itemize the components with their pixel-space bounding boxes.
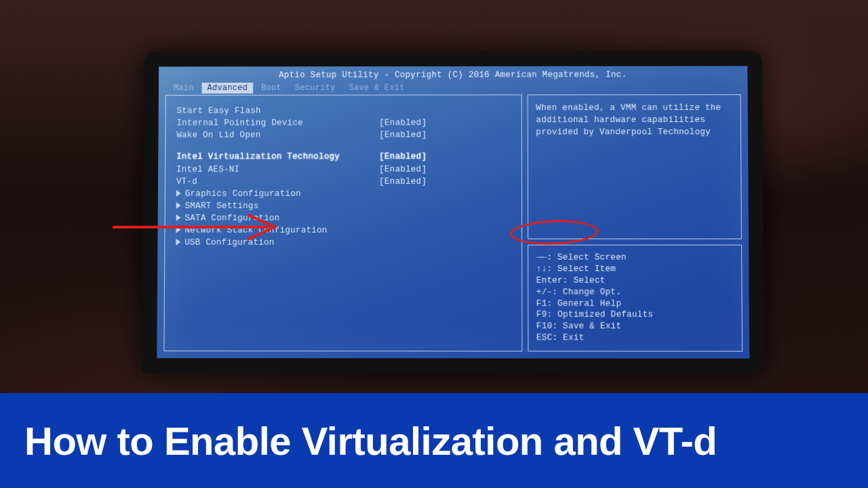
setting-label: Internal Pointing Device bbox=[176, 117, 379, 129]
hint-enter: Enter: Select bbox=[536, 275, 734, 287]
setting-value: [Enabled] bbox=[379, 176, 427, 188]
key-hints-panel: →←: Select Screen ↑↓: Select Item Enter:… bbox=[528, 245, 743, 352]
setting-intel-virtualization[interactable]: Intel Virtualization Technology [Enabled… bbox=[176, 151, 510, 163]
hint-f1: F1: General Help bbox=[536, 298, 734, 310]
setting-wake-on-lid-open[interactable]: Wake On Lid Open [Enabled] bbox=[176, 129, 510, 141]
submenu-label: USB Configuration bbox=[176, 237, 379, 249]
submenu-smart-settings[interactable]: SMART Settings bbox=[176, 200, 511, 212]
submenu-arrow-icon bbox=[176, 239, 180, 245]
settings-panel: Start Easy Flash Internal Pointing Devic… bbox=[163, 94, 522, 351]
hint-f9: F9: Optimized Defaults bbox=[536, 310, 734, 321]
setting-value: [Enabled] bbox=[379, 129, 427, 142]
title-banner: How to Enable Virtualization and VT-d bbox=[0, 393, 868, 488]
setting-vt-d[interactable]: VT-d [Enabled] bbox=[176, 176, 511, 188]
submenu-sata-configuration[interactable]: SATA Configuration bbox=[176, 212, 511, 224]
tab-main[interactable]: Main bbox=[168, 83, 199, 94]
submenu-label: Network Stack Configuration bbox=[176, 224, 379, 237]
setting-label: VT-d bbox=[176, 176, 379, 188]
setting-value: [Enabled] bbox=[379, 117, 427, 129]
setting-internal-pointing-device[interactable]: Internal Pointing Device [Enabled] bbox=[176, 117, 510, 129]
title-banner-text: How to Enable Virtualization and VT-d bbox=[24, 418, 717, 464]
submenu-label: SMART Settings bbox=[176, 200, 379, 212]
submenu-arrow-icon bbox=[176, 190, 181, 197]
bios-title: Aptio Setup Utility - Copyright (C) 2016… bbox=[159, 66, 747, 83]
submenu-usb-configuration[interactable]: USB Configuration bbox=[176, 237, 510, 249]
setting-label: Wake On Lid Open bbox=[176, 129, 379, 142]
tab-security[interactable]: Security bbox=[290, 83, 341, 94]
bios-panels: Start Easy Flash Internal Pointing Devic… bbox=[157, 94, 749, 356]
right-column: When enabled, a VMM can utilize the addi… bbox=[527, 94, 743, 352]
tab-boot[interactable]: Boot bbox=[256, 83, 287, 94]
bios-screen: Aptio Setup Utility - Copyright (C) 2016… bbox=[157, 66, 749, 358]
submenu-graphics-configuration[interactable]: Graphics Configuration bbox=[176, 188, 511, 200]
setting-value: [Enabled] bbox=[379, 151, 427, 163]
setting-label: Intel AES-NI bbox=[176, 163, 379, 176]
bios-tab-bar: Main Advanced Boot Security Save & Exit bbox=[159, 82, 748, 94]
submenu-arrow-icon bbox=[176, 214, 181, 221]
help-panel: When enabled, a VMM can utilize the addi… bbox=[527, 94, 742, 239]
setting-intel-aes-ni[interactable]: Intel AES-NI [Enabled] bbox=[176, 163, 511, 176]
hint-select-item: ↑↓: Select Item bbox=[536, 264, 733, 275]
hint-esc: ESC: Exit bbox=[536, 333, 734, 344]
hint-change-opt: +/-: Change Opt. bbox=[536, 287, 734, 298]
tab-save-exit[interactable]: Save & Exit bbox=[344, 83, 410, 94]
hint-f10: F10: Save & Exit bbox=[536, 321, 734, 333]
setting-label: Intel Virtualization Technology bbox=[176, 151, 379, 163]
submenu-label: Graphics Configuration bbox=[176, 188, 379, 200]
setting-value: [Enabled] bbox=[379, 163, 427, 176]
tab-advanced[interactable]: Advanced bbox=[202, 83, 254, 94]
submenu-arrow-icon bbox=[176, 226, 180, 233]
submenu-label: SATA Configuration bbox=[176, 212, 379, 224]
submenu-network-stack-configuration[interactable]: Network Stack Configuration bbox=[176, 224, 510, 237]
laptop-frame: Aptio Setup Utility - Copyright (C) 2016… bbox=[142, 51, 764, 373]
hint-select-screen: →←: Select Screen bbox=[536, 252, 733, 264]
submenu-arrow-icon bbox=[176, 202, 181, 209]
setting-start-easy-flash[interactable]: Start Easy Flash bbox=[177, 104, 511, 117]
setting-label: Start Easy Flash bbox=[177, 105, 380, 117]
